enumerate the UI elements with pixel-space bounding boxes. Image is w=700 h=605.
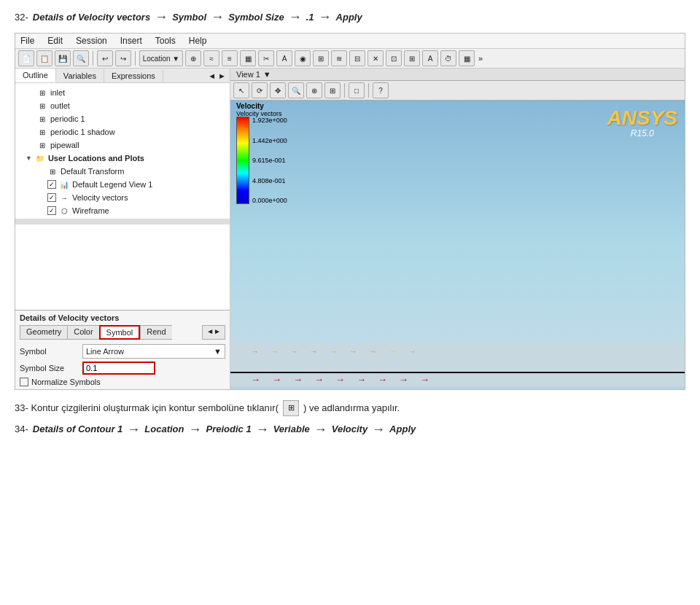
left-panel: Outline Variables Expressions ◄ ► ⊞ inle… [15,69,230,389]
symbol-value: Line Arrow [86,347,124,356]
vec-4: → [310,347,318,356]
view-dropdown-icon[interactable]: ▼ [263,70,271,79]
viz-btn-help[interactable]: ? [373,82,389,98]
wireframe-checkbox[interactable] [47,206,56,215]
toolbar-more[interactable]: » [477,54,484,63]
viz-btn-select[interactable]: □ [349,82,365,98]
tree-item-default-transform[interactable]: ⊞ Default Transform [15,165,230,178]
line34-text3: Preiodic 1 [206,422,251,437]
velocity-vectors-icon: → [59,192,69,203]
tab-expressions[interactable]: Expressions [104,69,163,82]
line34-text1: Details of Contour 1 [33,422,123,437]
details-tab-rend[interactable]: Rend [140,325,171,340]
symbol-row: Symbol Line Arrow ▼ [20,344,225,359]
line33-prefix: 33- Kontur çizgilerini oluşturmak için k… [15,401,279,416]
normalize-row: Normalize Symbols [20,378,225,386]
toolbar-btn-6[interactable]: ↪ [115,50,131,66]
details-text: Details of Velocity vectors [33,10,150,25]
toolbar-btn-1[interactable]: 📄 [18,50,34,66]
toolbar-btn-12[interactable]: A [276,50,292,66]
toolbar-btn-8[interactable]: ≈ [203,50,219,66]
tree-item-periodic1shadow[interactable]: ⊞ periodic 1 shadow [15,125,230,138]
default-transform-label: Default Transform [61,167,124,176]
viz-btn-fit[interactable]: ⊞ [324,82,341,98]
viz-btn-zoombox[interactable]: ⊕ [306,82,322,98]
symbol-size-row: Symbol Size [20,362,225,375]
color-bar [236,117,249,204]
symbol-select[interactable]: Line Arrow ▼ [82,344,225,359]
scale-labels: 1.923e+000 1.442e+000 9.615e-001 4.808e-… [252,117,287,204]
toolbar-btn-13[interactable]: ◉ [295,50,311,66]
toolbar-btn-2[interactable]: 📋 [36,50,52,66]
outline-tree: ⊞ inlet ⊞ outlet ⊞ periodic 1 ⊞ periodic… [15,83,230,310]
scale-val-5: 0.000e+000 [252,197,287,204]
menu-session[interactable]: Session [74,35,109,47]
details-tabs: Geometry Color Symbol Rend ◄► [20,325,225,340]
main-content: Outline Variables Expressions ◄ ► ⊞ inle… [15,69,685,389]
tab-outline[interactable]: Outline [15,69,56,82]
toolbar-btn-3[interactable]: 💾 [55,50,71,66]
toolbar-location[interactable]: Location ▼ [139,50,183,66]
menu-edit[interactable]: Edit [45,35,65,47]
tree-item-velocity-vectors[interactable]: → Velocity vectors [15,191,230,204]
toolbar-btn-19[interactable]: ⊞ [404,50,420,66]
details-tab-symbol[interactable]: Symbol [99,325,141,340]
velocity-vectors-checkbox[interactable] [47,193,56,202]
tab-arrow[interactable]: ◄ ► [204,70,230,82]
menu-help[interactable]: Help [187,35,209,47]
inlet-label: inlet [50,88,65,97]
tree-item-user-locations[interactable]: ▼ 📁 User Locations and Plots [15,152,230,165]
red-vec-7: → [378,374,387,385]
red-vec-4: → [314,374,324,385]
menu-tools[interactable]: Tools [153,35,178,47]
value-01: .1 [306,10,314,25]
menu-file[interactable]: File [18,35,36,47]
toolbar-btn-4[interactable]: 🔍 [73,50,89,66]
normalize-checkbox[interactable] [20,378,28,386]
tree-item-wireframe[interactable]: ⬡ Wireframe [15,204,230,217]
toolbar-btn-14[interactable]: ⊞ [313,50,329,66]
black-line [230,372,685,373]
color-scale [236,117,249,204]
toolbar-btn-15[interactable]: ≋ [331,50,347,66]
toolbar-btn-22[interactable]: ▦ [459,50,475,66]
menu-insert[interactable]: Insert [118,35,144,47]
periodic1shadow-icon: ⊞ [37,127,47,137]
pipewall-label: pipewall [50,141,79,149]
tree-item-outlet[interactable]: ⊞ outlet [15,99,230,112]
details-tab-geometry[interactable]: Geometry [20,325,67,340]
tree-item-pipewall[interactable]: ⊞ pipewall [15,138,230,152]
details-tab-arrow[interactable]: ◄► [202,325,225,340]
toolbar-btn-11[interactable]: ✂ [258,50,274,66]
viz-btn-pan[interactable]: ✥ [270,82,286,98]
viz-btn-zoom[interactable]: 🔍 [288,82,304,98]
symbol-size-input[interactable] [82,362,155,375]
details-tab-color[interactable]: Color [67,325,98,340]
toolbar-btn-7[interactable]: ⊕ [185,50,201,66]
tab-variables[interactable]: Variables [56,69,104,82]
toolbar-btn-5[interactable]: ↩ [97,50,113,66]
default-legend-checkbox[interactable] [47,180,56,189]
toolbar-btn-9[interactable]: ≡ [222,50,238,66]
vec-5: → [330,347,338,356]
bottom-section: 33- Kontur çizgilerini oluşturmak için k… [0,390,700,448]
vec-1: → [251,347,259,356]
vec-6: → [349,347,357,356]
outlet-label: outlet [50,101,70,110]
toolbar-btn-16[interactable]: ⊟ [349,50,365,66]
toolbar-btn-18[interactable]: ⊡ [386,50,402,66]
tree-item-default-legend[interactable]: 📊 Default Legend View 1 [15,178,230,191]
viz-btn-cursor[interactable]: ↖ [233,82,249,98]
tree-item-inlet[interactable]: ⊞ inlet [15,86,230,99]
expand-icon: ▼ [26,155,32,162]
toolbar-btn-21[interactable]: ⏱ [440,50,456,66]
arrow-step34-1: → [127,419,140,440]
viz-btn-rotate[interactable]: ⟳ [252,82,268,98]
toolbar-btn-10[interactable]: ▦ [240,50,256,66]
toolbar-btn-20[interactable]: A [422,50,438,66]
red-vec-2: → [272,374,281,385]
tree-item-periodic1[interactable]: ⊞ periodic 1 [15,112,230,125]
scale-val-1: 1.923e+000 [252,117,287,124]
horizontal-scrollbar[interactable] [15,219,230,225]
toolbar-btn-17[interactable]: ✕ [368,50,384,66]
